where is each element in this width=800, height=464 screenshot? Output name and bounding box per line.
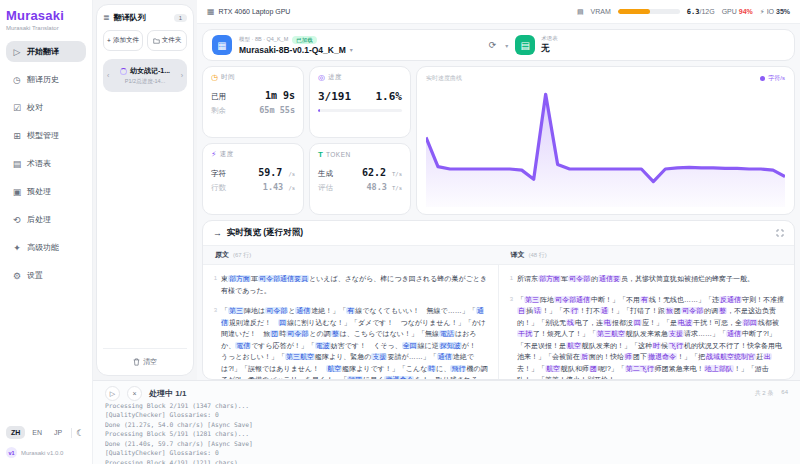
line-number: 3 xyxy=(209,305,217,379)
preview-block: 1所谓东部方面军司令部的通信要员，其惨状简直犹如被捅烂的蜂窝子一般。 xyxy=(505,273,784,285)
arrow-right-icon: → xyxy=(213,228,222,238)
queue-item-next-icon[interactable]: › xyxy=(181,72,183,79)
glossary-term-highlight: 司令部 xyxy=(286,330,309,337)
sidebar-item[interactable]: ⚙设置 xyxy=(6,265,86,286)
line-number: 3 xyxy=(505,294,513,379)
preview-block: 3「第三陣地は司令部と通信途絶！」「有線でなくてもいい！ 無線で……」「通信規則… xyxy=(209,305,488,379)
chevron-down-icon[interactable]: ▾ xyxy=(505,42,508,49)
log-line: Done (21.27s, 54.0 char/s) [Async Save] xyxy=(105,420,788,429)
glossary-term-highlight: 自 xyxy=(517,307,526,314)
glossary-term-highlight: 支援 xyxy=(371,353,387,360)
version-row: v1 Murasaki v1.0.0 xyxy=(6,447,86,458)
chart-legend: 字符/s xyxy=(760,74,785,83)
sidebar-item[interactable]: ⟲后处理 xyxy=(6,209,86,230)
lightning-icon: ⚡ xyxy=(211,150,217,159)
sidebar-item[interactable]: ▤术语表 xyxy=(6,153,86,174)
model-loaded-badge: 已加载 xyxy=(292,36,317,44)
glossary-term-highlight: 第三航空 xyxy=(285,353,315,360)
glossary-term-highlight: 出 xyxy=(763,353,772,360)
console-meta-item: 共 2 条 xyxy=(755,389,774,398)
lang-button-zh[interactable]: ZH xyxy=(6,426,25,439)
queue-panel: ≣ 翻译队列 1 + 添加文件 文件夹 xyxy=(96,4,194,376)
add-file-button[interactable]: + 添加文件 xyxy=(103,30,143,51)
glossary-term-highlight: 电 xyxy=(603,319,612,326)
preview-block: 1東部方面軍司令部通信要員といえば、さながら、棒につき回される蜂の巣がごとき有様… xyxy=(209,273,488,296)
glossary-icon: ▤ xyxy=(12,159,22,169)
progress-bar xyxy=(318,109,402,112)
settings-icon: ⚙ xyxy=(12,271,22,281)
queue-item[interactable]: ‹ 幼女战记-1... P1/2总进度-14... › xyxy=(103,59,187,92)
history-icon: ◷ xyxy=(12,75,22,85)
refresh-model-button[interactable]: ⟳ xyxy=(487,40,499,50)
queue-icon: ≣ xyxy=(103,13,110,22)
sidebar-item-label: 设置 xyxy=(27,270,43,281)
glossary-term-highlight: 线 xyxy=(566,319,575,326)
content-area: ▦ 模型 · 8B · Q4_K_M 已加载 Murasaki-8B-v0.1-… xyxy=(197,24,800,380)
preview-text: 「第三阵地司令部通信中断！」「不用有线！无线也……」「违反通信守则！不准擅自插话… xyxy=(517,294,784,379)
glossary-term-highlight: 有 xyxy=(640,296,649,303)
main-wrap: ≣ 翻译队列 1 + 添加文件 文件夹 xyxy=(93,0,800,464)
preview-title: 实时预览 (逐行对照) xyxy=(227,227,303,239)
console-header: ▷ × 处理中 1/1 共 2 条64 xyxy=(105,386,788,401)
clear-queue-button[interactable]: 清空 xyxy=(103,348,187,375)
stop-button[interactable]: × xyxy=(127,386,142,401)
play-icon: ▷ xyxy=(12,47,22,57)
sidebar-item[interactable]: ◷翻译历史 xyxy=(6,69,86,90)
gpu-usage: GPU 94% xyxy=(722,8,753,15)
glossary-term-highlight: 航空 xyxy=(566,342,582,349)
glossary-term-highlight: 有 xyxy=(346,307,355,314)
dark-mode-toggle-icon[interactable]: ☾ xyxy=(76,428,84,438)
glossary-selector[interactable]: ▤ 术语表 无 xyxy=(515,35,558,55)
progress-stat-card: ◎ 进度 3/191 1.6% xyxy=(309,66,411,138)
chart-area xyxy=(426,94,785,207)
preview-text: 東部方面軍司令部通信要員といえば、さながら、棒につき回される蜂の巣がごとき有様で… xyxy=(221,273,488,296)
glossary-term-highlight: 第二飞行 xyxy=(625,365,655,372)
glossary-term-highlight: 部方面 xyxy=(228,275,251,282)
sidebar-item[interactable]: ✦高级功能 xyxy=(6,237,86,258)
queue-title: 翻译队列 xyxy=(114,12,146,23)
glossary-term-highlight: 全回 xyxy=(402,342,418,349)
glossary-term-highlight: 旅 xyxy=(665,307,674,314)
sidebar-item[interactable]: ☑校对 xyxy=(6,97,86,118)
queue-item-prev-icon[interactable]: ‹ xyxy=(107,72,109,79)
source-text-pane[interactable]: 1東部方面軍司令部通信要員といえば、さながら、棒につき回される蜂の巣がごとき有様… xyxy=(203,265,499,379)
glossary-term-highlight: 司令部通信 xyxy=(554,296,591,303)
chevron-down-icon: ▾ xyxy=(350,46,353,53)
stats-grid: ◷ 时间 已用1m 9s 剩余65m 55s ◎ 进度 xyxy=(202,66,411,215)
glossary-term-highlight: 第三航空 xyxy=(596,330,626,337)
main-column: ▦ RTX 4060 Laptop GPU ▤ VRAM 6.3/12G GPU… xyxy=(197,0,800,380)
glossary-term-highlight: 師団 xyxy=(347,376,363,379)
model-selector[interactable]: Murasaki-8B-v0.1-Q4_K_M ▾ xyxy=(239,45,353,55)
sidebar-item[interactable]: ▷开始翻译 xyxy=(6,41,86,62)
lang-button-jp[interactable]: JP xyxy=(49,426,67,439)
preview-text: 「第三陣地は司令部と通信途絶！」「有線でなくてもいい！ 無線で……」「通信規則違… xyxy=(221,305,488,379)
sidebar-item[interactable]: ▣预处理 xyxy=(6,181,86,202)
preview-block: 3「第三阵地司令部通信中断！」「不用有线！无线也……」「违反通信守则！不准擅自插… xyxy=(505,294,784,379)
target-text-pane[interactable]: 1所谓东部方面军司令部的通信要员，其惨状简直犹如被捅烂的蜂窝子一般。3「第三阵地… xyxy=(499,265,794,379)
lang-button-en[interactable]: EN xyxy=(27,426,47,439)
add-folder-button[interactable]: 文件夹 xyxy=(147,30,187,51)
sidebar-nav: ▷开始翻译◷翻译历史☑校对⊞模型管理▤术语表▣预处理⟲后处理✦高级功能⚙设置 xyxy=(6,41,86,286)
sidebar-item-label: 后处理 xyxy=(27,214,51,225)
glossary-term-highlight: 团 xyxy=(589,365,598,372)
time-stat-card: ◷ 时间 已用1m 9s 剩余65m 55s xyxy=(202,66,304,138)
gpu-info: ▦ RTX 4060 Laptop GPU xyxy=(207,7,290,16)
version-badge: v1 xyxy=(6,447,17,458)
sidebar-item-label: 开始翻译 xyxy=(27,46,59,57)
language-switcher: ZHENJP ☾ xyxy=(6,426,86,439)
resume-button[interactable]: ▷ xyxy=(105,386,120,401)
log-line: Done (21.40s, 59.7 char/s) [Async Save] xyxy=(105,439,788,448)
expand-icon[interactable] xyxy=(776,229,784,237)
console-log-area[interactable]: Processing Block 2/191 (1347 chars)...[Q… xyxy=(105,401,788,464)
vram-label: VRAM xyxy=(591,8,611,15)
progress-value: 3/191 xyxy=(318,90,351,103)
proofread-icon: ☑ xyxy=(12,103,22,113)
glossary-term-highlight: 第三 xyxy=(524,296,540,303)
glossary-value: 无 xyxy=(541,43,558,55)
token-icon: T xyxy=(318,150,323,159)
glossary-term-highlight: 飞行 xyxy=(668,342,684,349)
vram-icon: ▤ xyxy=(577,8,584,16)
sidebar-item[interactable]: ⊞模型管理 xyxy=(6,125,86,146)
log-line: [QualityChecker] Glossaries: 0 xyxy=(105,410,788,419)
preview-body: 1東部方面軍司令部通信要員といえば、さながら、棒につき回される蜂の巣がごとき有様… xyxy=(203,265,794,379)
